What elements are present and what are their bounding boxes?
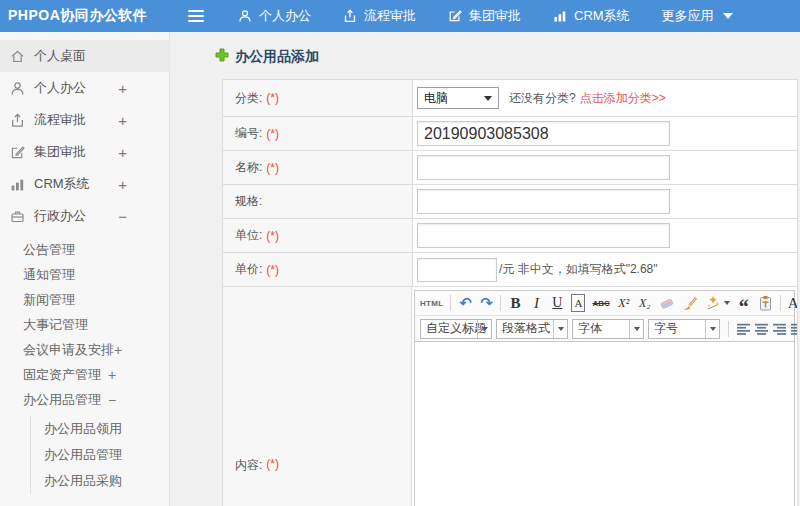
sidebar-item-supplies-requisition[interactable]: 办公用品领用 (31, 416, 169, 442)
redo-icon[interactable]: ↷ (479, 294, 493, 312)
required-marker: (*) (266, 229, 279, 243)
expand-plus-icon[interactable]: + (118, 144, 127, 161)
align-left-icon[interactable] (737, 320, 751, 338)
topnav-item-workflow-approval[interactable]: 流程审批 (343, 7, 416, 25)
price-hint: /元 非中文，如填写格式"2.68" (499, 261, 658, 278)
topnav-item-personal-office[interactable]: 个人办公 (238, 7, 311, 25)
required-marker: (*) (266, 263, 279, 277)
unit-input[interactable] (417, 223, 670, 248)
font-color-button[interactable]: A (788, 294, 798, 312)
sidebar-item-group-approval[interactable]: 集团审批 + (0, 136, 169, 168)
align-justify-icon[interactable] (791, 320, 798, 338)
italic-button[interactable]: I (529, 294, 543, 312)
expand-plus-icon[interactable]: + (108, 367, 116, 383)
spec-input[interactable] (417, 189, 670, 214)
bold-button[interactable]: B (508, 294, 522, 312)
dropdown-caret-icon (634, 327, 640, 331)
paragraph-format-select[interactable]: 段落格式 (496, 319, 568, 339)
sidebar-item-supplies-management[interactable]: 办公用品管理 (31, 442, 169, 468)
topnav-item-crm[interactable]: CRM系统 (553, 7, 630, 25)
format-painter-icon[interactable] (682, 294, 698, 312)
undo-icon[interactable]: ↶ (458, 294, 472, 312)
sidebar-item-supplies-purchase[interactable]: 办公用品采购 (31, 468, 169, 494)
topnav-item-more-apps[interactable]: 更多应用 (662, 7, 733, 25)
form-row-category: 分类: (*) 电脑 还没有分类? 点击添加分类>> (223, 80, 797, 117)
price-label: 单价: (235, 261, 262, 278)
eraser-icon[interactable] (659, 294, 675, 312)
superscript-button[interactable]: X² (617, 294, 631, 312)
name-label: 名称: (235, 159, 262, 176)
strikethrough-button[interactable]: ABC (592, 294, 609, 312)
code-input[interactable] (417, 121, 670, 146)
user-icon (238, 9, 252, 23)
form-row-unit: 单位: (*) (223, 219, 797, 253)
sidebar-item-admin-office[interactable]: 行政办公 − (0, 200, 169, 232)
required-marker: (*) (266, 457, 279, 471)
sidebar-item-notice-mgmt[interactable]: 通知管理 (0, 262, 169, 287)
editor-toolbar-row2: 自定义标题 段落格式 字体 字号 (415, 316, 794, 341)
collapse-minus-icon[interactable]: − (108, 392, 116, 408)
category-label: 分类: (235, 90, 262, 107)
expand-plus-icon[interactable]: + (114, 342, 122, 358)
category-select[interactable]: 电脑 (417, 87, 499, 109)
briefcase-icon (10, 209, 25, 224)
sidebar-submenu-admin: 公告管理 通知管理 新闻管理 大事记管理 会议申请及安排 + 固定资产管理 + … (0, 237, 169, 494)
editor-content-area[interactable] (415, 341, 794, 506)
align-right-icon[interactable] (773, 320, 787, 338)
select-caret-icon (484, 96, 492, 101)
sidebar-item-meeting-mgmt[interactable]: 会议申请及安排 + (0, 337, 169, 362)
expand-plus-icon[interactable]: + (118, 176, 127, 193)
sidebar-item-office-supplies-mgmt[interactable]: 办公用品管理 − (0, 387, 169, 412)
chart-icon (553, 9, 567, 23)
sidebar-item-personal-desktop[interactable]: 个人桌面 (0, 40, 169, 72)
spellcheck-wand-icon[interactable] (705, 294, 730, 312)
dropdown-caret-icon (558, 327, 564, 331)
chart-icon (10, 177, 25, 192)
office-supply-form: 分类: (*) 电脑 还没有分类? 点击添加分类>> 编号: (*) (222, 79, 798, 506)
topnav: 个人办公 流程审批 集团审批 CRM系统 更多应用 (238, 7, 733, 25)
border-text-button[interactable]: A (571, 294, 585, 312)
sidebar-item-announcement-mgmt[interactable]: 公告管理 (0, 237, 169, 262)
topnav-item-group-approval[interactable]: 集团审批 (448, 7, 521, 25)
home-icon (10, 49, 25, 64)
dropdown-caret-icon (710, 327, 716, 331)
expand-plus-icon[interactable]: + (118, 80, 127, 97)
paste-clipboard-icon[interactable] (758, 294, 773, 312)
price-input[interactable] (417, 258, 497, 282)
sidebar-item-crm[interactable]: CRM系统 + (0, 168, 169, 200)
subscript-button[interactable]: X₂ (638, 294, 652, 312)
form-row-spec: 规格: (223, 185, 797, 219)
dropdown-caret-icon (724, 301, 730, 305)
add-category-link[interactable]: 点击添加分类>> (580, 90, 666, 107)
sidebar-item-workflow-approval[interactable]: 流程审批 + (0, 104, 169, 136)
sidebar-item-fixed-assets-mgmt[interactable]: 固定资产管理 + (0, 362, 169, 387)
spec-label: 规格: (235, 193, 262, 210)
expand-plus-icon[interactable]: + (118, 112, 127, 129)
sidebar: 个人桌面 个人办公 + 流程审批 + 集团审批 + CRM系统 (0, 32, 170, 506)
sidebar-item-news-mgmt[interactable]: 新闻管理 (0, 287, 169, 312)
caret-down-icon (723, 13, 733, 19)
edit-icon (448, 9, 462, 23)
name-input[interactable] (417, 155, 670, 180)
font-size-select[interactable]: 字号 (648, 319, 720, 339)
app-logo: PHPOA协同办公软件 (0, 7, 170, 25)
form-row-price: 单价: (*) /元 非中文，如填写格式"2.68" (223, 253, 797, 287)
hamburger-menu-icon[interactable] (188, 10, 204, 23)
font-family-select[interactable]: 字体 (572, 319, 644, 339)
code-label: 编号: (235, 125, 262, 142)
html-source-button[interactable]: HTML (420, 294, 443, 312)
dropdown-caret-icon (482, 327, 488, 331)
underline-button[interactable]: U (550, 294, 564, 312)
custom-heading-select[interactable]: 自定义标题 (420, 319, 492, 339)
collapse-minus-icon[interactable]: − (118, 208, 127, 225)
align-center-icon[interactable] (755, 320, 769, 338)
form-row-content: 内容: (*) HTML ↶ ↷ B I U A ABC (223, 287, 797, 506)
required-marker: (*) (266, 161, 279, 175)
editor-toolbar-row1: HTML ↶ ↷ B I U A ABC X² X₂ (415, 291, 794, 316)
sidebar-item-personal-office[interactable]: 个人办公 + (0, 72, 169, 104)
share-icon (10, 113, 25, 128)
edit-icon (10, 145, 25, 160)
blockquote-button[interactable]: “ (737, 294, 751, 312)
required-marker: (*) (266, 127, 279, 141)
sidebar-item-events-mgmt[interactable]: 大事记管理 (0, 312, 169, 337)
